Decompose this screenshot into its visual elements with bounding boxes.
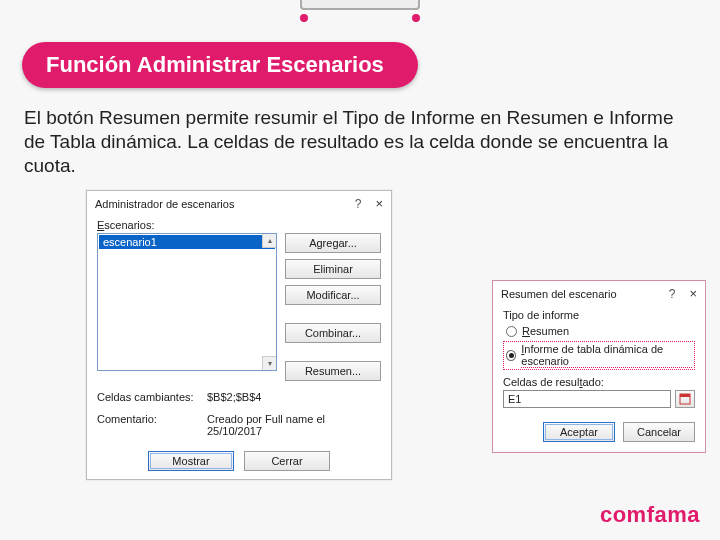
svg-rect-1 (680, 394, 690, 397)
close-button[interactable]: Cerrar (244, 451, 330, 471)
result-cells-label: Celdas de resultado: (503, 376, 695, 388)
dialog-titlebar: Resumen del escenario ? × (493, 281, 705, 305)
slide-heading: Función Administrar Escenarios (22, 42, 418, 88)
cancel-button[interactable]: Cancelar (623, 422, 695, 442)
binder-clip-decoration (300, 0, 420, 22)
scroll-down-icon[interactable]: ▾ (262, 356, 276, 370)
scenario-manager-dialog: Administrador de escenarios ? × Escenari… (86, 190, 392, 480)
scroll-up-icon[interactable]: ▴ (262, 234, 276, 248)
radio-pivot-option[interactable]: Informe de tabla dinámica de escenario (503, 341, 695, 370)
radio-summary-option[interactable]: Resumen (503, 323, 695, 339)
comment-value: Creado por Full name el 25/10/2017 (207, 413, 381, 437)
dialog-titlebar: Administrador de escenarios ? × (87, 191, 391, 215)
modify-button[interactable]: Modificar... (285, 285, 381, 305)
accept-button[interactable]: Aceptar (543, 422, 615, 442)
summary-button[interactable]: Resumen... (285, 361, 381, 381)
add-button[interactable]: Agregar... (285, 233, 381, 253)
help-icon[interactable]: ? (669, 287, 676, 301)
scenarios-label: Escenarios: (97, 219, 381, 231)
report-type-label: Tipo de informe (503, 309, 695, 321)
changing-cells-label: Celdas cambiantes: (97, 391, 207, 403)
radio-icon (506, 326, 517, 337)
show-button[interactable]: Mostrar (148, 451, 234, 471)
merge-button[interactable]: Combinar... (285, 323, 381, 343)
close-icon[interactable]: × (375, 196, 383, 211)
close-icon[interactable]: × (689, 286, 697, 301)
slide-body-text: El botón Resumen permite resumir el Tipo… (24, 106, 696, 177)
radio-icon (506, 350, 516, 361)
result-cells-input[interactable]: E1 (503, 390, 671, 408)
dialog-title: Resumen del escenario (501, 288, 617, 300)
scenarios-listbox[interactable]: escenario1 ▴ ▾ (97, 233, 277, 371)
changing-cells-value: $B$2;$B$4 (207, 391, 381, 403)
brand-logo: comfama (600, 502, 700, 528)
comment-label: Comentario: (97, 413, 207, 437)
dialog-title: Administrador de escenarios (95, 198, 234, 210)
scenario-summary-dialog: Resumen del escenario ? × Tipo de inform… (492, 280, 706, 453)
delete-button[interactable]: Eliminar (285, 259, 381, 279)
help-icon[interactable]: ? (355, 197, 362, 211)
range-picker-icon[interactable] (675, 390, 695, 408)
list-item[interactable]: escenario1 (99, 235, 275, 249)
